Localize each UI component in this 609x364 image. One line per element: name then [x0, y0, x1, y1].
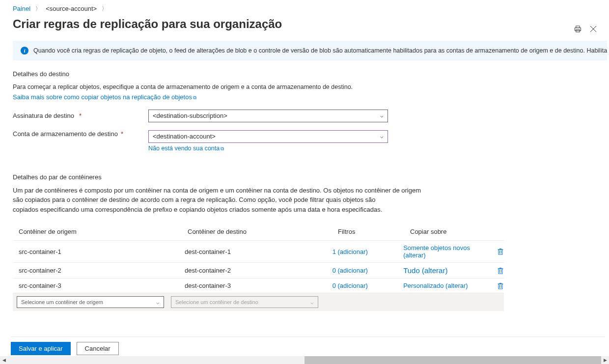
cancel-button[interactable]: Cancelar [77, 342, 119, 355]
table-row: src-container-2 dest-container-2 0 (adic… [13, 262, 504, 278]
chevron-down-icon: ⌵ [380, 133, 384, 140]
scroll-track[interactable] [8, 356, 601, 364]
svg-rect-15 [498, 284, 502, 289]
delete-icon[interactable] [497, 248, 504, 255]
learn-more-link[interactable]: Saiba mais sobre como copiar objetos na … [13, 93, 196, 101]
svg-rect-0 [576, 26, 580, 28]
copy-over-link[interactable]: Personalizado (alterar) [403, 282, 490, 289]
destination-account-dropdown[interactable]: <destination-account> ⌵ [148, 130, 388, 143]
external-link-icon: ⧉ [221, 146, 224, 151]
select-source-container-dropdown[interactable]: Selecione um contêiner de origem ⌵ [17, 296, 164, 308]
section-heading-pair: Detalhes do par de contêineres [13, 173, 609, 181]
copy-over-link[interactable]: Tudo (alterar) [403, 266, 490, 275]
external-link-icon: ⧉ [193, 95, 196, 100]
containers-grid: Contêiner de origem Contêiner de destino… [13, 225, 504, 311]
table-row: src-container-3 dest-container-3 0 (adic… [13, 278, 504, 293]
delete-icon[interactable] [497, 267, 504, 274]
destination-details-section: Detalhes do destino Para começar a repli… [13, 70, 609, 152]
header-source: Contêiner de origem [19, 228, 188, 235]
breadcrumb-source-account[interactable]: <source-account> [46, 5, 97, 12]
scroll-right-arrow[interactable]: ▶ [601, 356, 609, 364]
page-title: Criar regras de replicação para sua orga… [13, 17, 282, 31]
delete-icon[interactable] [497, 282, 504, 289]
chevron-right-icon: 〉 [100, 5, 109, 12]
destination-desc: Para começar a replicar objetos, especif… [13, 83, 609, 92]
footer-bar: Salvar e aplicar Cancelar [11, 336, 605, 355]
table-row: src-container-1 dest-container-1 1 (adic… [13, 240, 504, 262]
svg-rect-10 [498, 269, 502, 274]
header-filters: Filtros [338, 228, 410, 235]
info-banner-text: Quando você cria regras de replicação de… [33, 47, 607, 54]
select-row: Selecione um contêiner de origem ⌵ Selec… [13, 293, 504, 311]
breadcrumb-root[interactable]: Painel [13, 5, 30, 12]
info-icon: i [21, 47, 28, 55]
scroll-left-arrow[interactable]: ◀ [0, 356, 8, 364]
source-container-cell: src-container-3 [19, 282, 185, 289]
section-heading-destination: Detalhes do destino [13, 70, 609, 78]
svg-rect-1 [575, 28, 581, 30]
chevron-down-icon: ⌵ [380, 112, 384, 119]
container-pair-section: Detalhes do par de contêineres Um par de… [13, 173, 609, 311]
filters-link[interactable]: 0 (adicionar) [332, 282, 403, 289]
grid-header-row: Contêiner de origem Contêiner de destino… [13, 225, 504, 240]
filters-link[interactable]: 0 (adicionar) [332, 267, 403, 274]
subscription-label: Assinatura de destino* [13, 112, 148, 119]
copy-over-link[interactable]: Somente objetos novos (alterar) [403, 244, 490, 259]
header-copy: Copiar sobre [410, 228, 498, 235]
breadcrumb: Painel 〉 <source-account> 〉 [13, 5, 609, 12]
source-container-cell: src-container-1 [19, 248, 185, 255]
info-banner: i Quando você cria regras de replicação … [13, 41, 607, 60]
header-dest: Contêiner de destino [188, 228, 338, 235]
horizontal-scrollbar[interactable]: ◀ ▶ [0, 356, 609, 364]
destination-subscription-dropdown[interactable]: <destination-subscription> ⌵ [148, 110, 388, 122]
filters-link[interactable]: 1 (adicionar) [332, 248, 403, 255]
dest-container-cell: dest-container-3 [185, 282, 332, 289]
chevron-right-icon: 〉 [33, 5, 43, 12]
chevron-down-icon: ⌵ [310, 299, 314, 306]
not-seeing-account-link[interactable]: Não está vendo sua conta⧉ [148, 145, 224, 152]
dest-container-cell: dest-container-2 [185, 267, 332, 274]
dest-container-cell: dest-container-1 [185, 248, 332, 255]
scroll-thumb[interactable] [304, 356, 601, 364]
pair-desc: Um par de contêineres é composto por um … [13, 186, 494, 215]
account-label: Conta de armazenamento de destino* [13, 130, 148, 138]
close-icon[interactable] [589, 25, 597, 33]
svg-rect-5 [498, 250, 502, 254]
chevron-down-icon: ⌵ [156, 299, 160, 306]
select-dest-container-dropdown: Selecione um contêiner de destino ⌵ [171, 296, 318, 308]
source-container-cell: src-container-2 [19, 267, 185, 274]
print-icon[interactable] [574, 25, 581, 33]
save-apply-button[interactable]: Salvar e aplicar [11, 342, 71, 355]
